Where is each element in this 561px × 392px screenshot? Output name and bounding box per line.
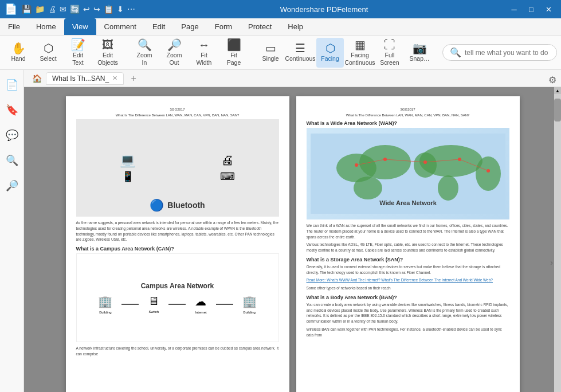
doc-tab-label: What Is Th...SAN_ <box>52 75 109 83</box>
fit-page-tool[interactable]: ⬛ Fit Page <box>220 38 248 68</box>
open-icon[interactable]: 📁 <box>35 5 45 14</box>
edit-objects-label: Edit Objects <box>97 52 118 66</box>
read-more[interactable]: Read More: What's WWW And The Internet? … <box>307 277 509 283</box>
svg-point-4 <box>419 145 482 177</box>
tab-bar: 🏠 What Is Th...SAN_ ✕ + ⚙ <box>24 70 561 87</box>
select-tool[interactable]: ⬡ Select <box>34 38 62 68</box>
edit-text-icon: 📝 <box>71 39 85 50</box>
menu-form[interactable]: Form <box>207 18 240 35</box>
select-label: Select <box>40 55 56 62</box>
fit-page-label: Fit Page <box>225 52 243 66</box>
campus-caption: Campus Area Network <box>141 282 214 290</box>
email-icon[interactable]: ✉ <box>60 5 66 14</box>
sidebar-comments[interactable]: 💬 <box>2 125 22 146</box>
ban-heading: What is a Body Area Network (BAN)? <box>307 295 509 300</box>
zoom-out-tool[interactable]: 🔎 Zoom Out <box>160 38 188 68</box>
page-settings-icon[interactable]: ⚙ <box>548 75 556 85</box>
snapshot-tool[interactable]: 📷 Snap… <box>406 38 433 68</box>
san-text: Generally, it is used to connect externa… <box>307 264 509 276</box>
tab-close-button[interactable]: ✕ <box>112 75 117 82</box>
full-screen-tool[interactable]: ⛶ Full Screen <box>376 38 403 68</box>
menu-protect[interactable]: Protect <box>240 18 280 35</box>
window-controls[interactable]: ─ □ ✕ <box>506 1 556 17</box>
right-page-header: What Is The Difference Between LAN, WAN,… <box>307 113 509 117</box>
scroll-up-button[interactable]: ▲ <box>554 87 561 94</box>
single-label: Single <box>262 55 278 62</box>
fit-width-icon: ↔ <box>198 39 210 50</box>
toolbar: ✋ Hand ⬡ Select 📝 Edit Text 🖼 Edit Objec… <box>0 36 561 70</box>
ban-footer: Wireless BAN can work together with PAN … <box>307 327 509 338</box>
fit-width-tool[interactable]: ↔ Fit Width <box>190 38 218 68</box>
zoom-in-icon: 🔍 <box>138 39 152 50</box>
search-bar[interactable]: 🔍 <box>442 44 557 61</box>
maximize-button[interactable]: □ <box>523 1 539 17</box>
wan-text1: We can think of a WAN as the superset of… <box>307 223 509 240</box>
zoom-in-label: Zoom In <box>135 52 154 66</box>
menu-home[interactable]: Home <box>28 18 64 35</box>
add-tab-button[interactable]: + <box>127 72 140 85</box>
bluetooth-image: 💻 📱 🖨 ⌨ 🔵 Bluetooth <box>76 119 279 217</box>
content-area: 🏠 What Is Th...SAN_ ✕ + ⚙ 3GG2017 What I… <box>24 70 561 392</box>
zoom-out-label: Zoom Out <box>165 52 183 66</box>
redo-icon[interactable]: ↪ <box>93 5 100 14</box>
scroll-bar[interactable]: ▲ ▼ <box>554 87 561 392</box>
print-icon[interactable]: 🖨 <box>48 5 56 14</box>
select-icon: ⬡ <box>44 42 53 54</box>
close-button[interactable]: ✕ <box>540 1 556 17</box>
wan-image: Wide Area Network <box>307 128 509 219</box>
doc-tab-0[interactable]: What Is Th...SAN_ ✕ <box>46 72 124 85</box>
menu-edit[interactable]: Edit <box>144 18 173 35</box>
svg-point-6 <box>354 177 382 199</box>
sidebar-bookmarks[interactable]: 🔖 <box>2 100 22 120</box>
menu-comment[interactable]: Comment <box>96 18 144 35</box>
edit-objects-icon: 🖼 <box>102 39 113 50</box>
right-panel-collapse[interactable]: › <box>550 258 553 267</box>
svg-text:Wide Area Network: Wide Area Network <box>379 199 437 206</box>
wan-map-svg: Wide Area Network <box>311 134 505 214</box>
sidebar-search-replace[interactable]: 🔎 <box>2 175 22 196</box>
zoom-out-icon: 🔎 <box>167 39 182 50</box>
facing-icon: ⬡ <box>325 42 335 54</box>
facing-continuous-icon: ▦ <box>355 39 366 50</box>
quick-access-icons: 💾 📁 🖨 ✉ 🔄 ↩ ↪ 📋 ⬇ ⋯ <box>22 5 135 14</box>
wan-heading: What is a Wide Area Network (WAN)? <box>307 120 509 126</box>
full-screen-icon: ⛶ <box>384 39 395 50</box>
menu-page[interactable]: Page <box>173 18 206 35</box>
can-heading: What is a Campus Area Network (CAN)? <box>76 246 279 252</box>
download-icon[interactable]: ⬇ <box>117 5 124 14</box>
facing-tool[interactable]: ⬡ Facing <box>316 38 344 68</box>
app-logo: 📄 <box>5 3 17 15</box>
single-tool[interactable]: ▭ Single <box>257 38 284 68</box>
svg-point-7 <box>438 175 458 201</box>
campus-image: Campus Area Network 🏢 Building 🖥 Switch <box>76 253 279 342</box>
full-screen-label: Full Screen <box>380 52 399 66</box>
edit-text-tool[interactable]: 📝 Edit Text <box>64 38 92 68</box>
menu-file[interactable]: File <box>0 18 28 35</box>
zoom-in-tool[interactable]: 🔍 Zoom In <box>131 38 158 68</box>
facing-continuous-tool[interactable]: ▦ FacingContinuous <box>346 38 374 68</box>
continuous-icon: ☰ <box>295 42 305 54</box>
sidebar-search[interactable]: 🔍 <box>2 150 22 171</box>
more-icon[interactable]: ⋯ <box>127 5 135 14</box>
edit-objects-tool[interactable]: 🖼 Edit Objects <box>94 38 121 68</box>
search-bar-input[interactable] <box>465 49 551 57</box>
save-icon[interactable]: 💾 <box>22 5 32 14</box>
menu-view[interactable]: View <box>64 18 96 35</box>
continuous-tool[interactable]: ☰ Continuous <box>287 38 314 68</box>
sidebar-pages[interactable]: 📄 <box>2 75 22 95</box>
scroll-thumb[interactable] <box>554 99 561 121</box>
refresh-icon[interactable]: 🔄 <box>70 5 80 14</box>
single-icon: ▭ <box>265 42 276 54</box>
other-types-text: Some other types of networks based on th… <box>307 285 509 291</box>
menu-help[interactable]: Help <box>280 18 311 35</box>
hand-tool[interactable]: ✋ Hand <box>5 38 32 68</box>
pdf-page-left: 3GG2017 What Is The Difference Between L… <box>66 96 289 392</box>
left-sidebar: 📄 🔖 💬 🔍 🔎 <box>0 70 24 392</box>
pdf-page-right: 3GG2017 What Is The Difference Between L… <box>296 96 520 392</box>
undo-icon[interactable]: ↩ <box>83 5 90 14</box>
clipboard-icon[interactable]: 📋 <box>104 5 113 14</box>
minimize-button[interactable]: ─ <box>506 1 522 17</box>
hand-label: Hand <box>11 55 25 62</box>
home-tab[interactable]: 🏠 <box>29 72 45 85</box>
snapshot-icon: 📷 <box>413 42 427 54</box>
